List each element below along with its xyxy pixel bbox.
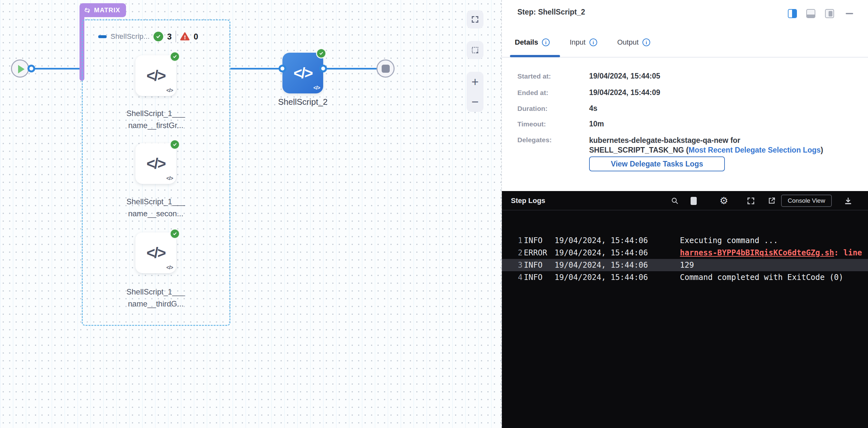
search-icon[interactable] <box>670 195 680 206</box>
delegate-selection-logs-link[interactable]: Most Recent Delegate Selection Logs <box>689 146 821 154</box>
shell-script-mini-icon: </> <box>313 85 320 91</box>
edge-matrix-to-step2 <box>230 68 283 69</box>
log-line-number: 2 <box>515 248 524 257</box>
canvas-fullscreen-button[interactable] <box>467 10 484 28</box>
delegates-value: kubernetes-delegate-backstage-qa-new for… <box>589 135 823 155</box>
matrix-node-1-label: ShellScript_1___ name__firstGr... <box>107 107 204 131</box>
log-line: 2 ERROR 19/04/2024, 15:44:06 harness-BYP… <box>502 247 868 259</box>
step2-label: ShellScript_2 <box>254 97 351 107</box>
loop-icon <box>83 6 91 14</box>
edge-step2-to-end <box>322 68 377 69</box>
matrix-group-header[interactable]: ShellScrip... 3 0 <box>98 30 198 43</box>
marquee-select-icon <box>471 46 479 54</box>
layout-bottom-panel-icon[interactable] <box>806 9 815 18</box>
log-level: INFO <box>524 236 555 245</box>
matrix-badge-label: MATRIX <box>94 6 120 14</box>
layout-floating-panel-icon[interactable] <box>825 9 834 18</box>
node-success-badge <box>316 48 327 59</box>
download-icon[interactable] <box>843 195 853 206</box>
warning-triangle-icon <box>180 32 190 41</box>
expand-fullscreen-icon[interactable] <box>746 195 756 206</box>
canvas-zoom-controls[interactable]: + − <box>467 72 484 112</box>
info-icon[interactable]: i <box>643 38 650 46</box>
log-timestamp: 19/04/2024, 15:44:06 <box>555 248 680 257</box>
tab-details[interactable]: Details i <box>515 38 550 47</box>
matrix-node-2-label: ShellScript_1___ name__secon... <box>107 195 204 219</box>
info-icon[interactable]: i <box>589 38 597 46</box>
start-connector-dot <box>28 65 35 72</box>
matrix-badge[interactable]: MATRIX <box>80 3 126 17</box>
console-view-button[interactable]: Console View <box>781 194 832 207</box>
log-message: Command completed with ExitCode (0) <box>680 273 868 282</box>
started-at-value: 19/04/2024, 15:44:05 <box>589 72 660 81</box>
log-line-number: 3 <box>515 261 524 270</box>
pipeline-start-node[interactable] <box>11 59 29 78</box>
shell-script-mini-icon: </> <box>166 265 173 271</box>
layout-right-panel-icon[interactable] <box>788 9 797 18</box>
zoom-out-button[interactable]: − <box>471 92 478 112</box>
duration-value: 4s <box>589 104 597 113</box>
matrix-node-3-label: ShellScript_1___ name__thirdG... <box>107 286 204 310</box>
step2-in-connector-dot <box>279 65 286 72</box>
active-tab-underline <box>510 55 560 57</box>
tab-output[interactable]: Output i <box>617 38 650 47</box>
success-check-icon <box>154 32 163 41</box>
node-success-badge <box>169 228 180 239</box>
log-level: INFO <box>524 273 555 282</box>
log-level: INFO <box>524 261 555 270</box>
node-success-badge <box>169 139 180 150</box>
started-at-label: Started at: <box>517 72 551 80</box>
matrix-node-2[interactable]: </> </> <box>135 143 176 184</box>
log-message: 129 <box>680 261 868 270</box>
edge-start-to-matrix <box>31 68 80 69</box>
matrix-node-1[interactable]: </> </> <box>135 55 176 96</box>
success-count: 3 <box>167 32 172 41</box>
divider <box>176 31 176 42</box>
ended-at-value: 19/04/2024, 15:44:09 <box>589 88 660 97</box>
canvas-select-button[interactable] <box>467 41 484 59</box>
view-delegate-tasks-logs-button[interactable]: View Delegate Tasks Logs <box>589 156 725 171</box>
log-line-number: 1 <box>515 236 524 245</box>
stop-icon <box>382 65 390 73</box>
log-timestamp: 19/04/2024, 15:44:06 <box>555 273 680 282</box>
copy-icon[interactable] <box>688 195 699 206</box>
log-timestamp: 19/04/2024, 15:44:06 <box>555 261 680 270</box>
step2-out-connector-dot <box>319 65 327 72</box>
delegates-label: Delegates: <box>517 136 552 144</box>
page-title: Step: ShellScript_2 <box>517 8 585 17</box>
duration-label: Duration: <box>517 105 548 113</box>
log-level: ERROR <box>524 248 555 257</box>
fullscreen-icon <box>471 15 479 24</box>
open-external-icon[interactable] <box>767 195 777 206</box>
log-message: Executing command ... <box>680 236 868 245</box>
log-timestamp: 19/04/2024, 15:44:06 <box>555 236 680 245</box>
log-rows: 1 INFO 19/04/2024, 15:44:06 Executing co… <box>502 234 868 283</box>
matrix-node-3[interactable]: </> </> <box>135 233 176 273</box>
error-log-link[interactable]: harness-BYPP4bBIRqisKCo6dteGZg.sh <box>680 248 834 257</box>
failed-count: 0 <box>193 32 198 41</box>
zoom-in-button[interactable]: + <box>471 72 478 92</box>
node-success-badge <box>169 52 180 62</box>
ended-at-label: Ended at: <box>517 89 549 97</box>
log-line-number: 4 <box>515 273 524 282</box>
minimize-button[interactable] <box>846 13 853 14</box>
step-logs-title: Step Logs <box>511 196 545 205</box>
timeout-label: Timeout: <box>517 120 546 128</box>
step-logs-header: Step Logs ⚙ Console View <box>502 191 868 210</box>
tab-input[interactable]: Input i <box>570 38 597 47</box>
step-node-shellscript-2[interactable]: </> </> <box>282 53 323 93</box>
pipeline-canvas[interactable]: MATRIX ShellScrip... 3 0 </> </> ShellSc… <box>0 0 502 428</box>
shell-script-mini-icon: </> <box>166 176 173 181</box>
log-line: 4 INFO 19/04/2024, 15:44:06 Command comp… <box>502 271 868 283</box>
collapse-icon[interactable] <box>98 35 106 38</box>
matrix-group-label: ShellScrip... <box>111 32 150 41</box>
log-line: 3 INFO 19/04/2024, 15:44:06 129 <box>502 259 868 271</box>
log-line: 1 INFO 19/04/2024, 15:44:06 Executing co… <box>502 234 868 247</box>
pipeline-end-node[interactable] <box>376 59 395 78</box>
settings-gear-icon[interactable]: ⚙ <box>719 195 729 206</box>
step-logs-panel: Step Logs ⚙ Console View 1 INFO 19/04/20… <box>502 191 868 428</box>
info-icon[interactable]: i <box>542 38 550 46</box>
timeout-value: 10m <box>589 120 604 128</box>
shell-script-mini-icon: </> <box>166 88 173 93</box>
log-message: harness-BYPP4bBIRqisKCo6dteGZg.sh: line <box>680 248 868 257</box>
